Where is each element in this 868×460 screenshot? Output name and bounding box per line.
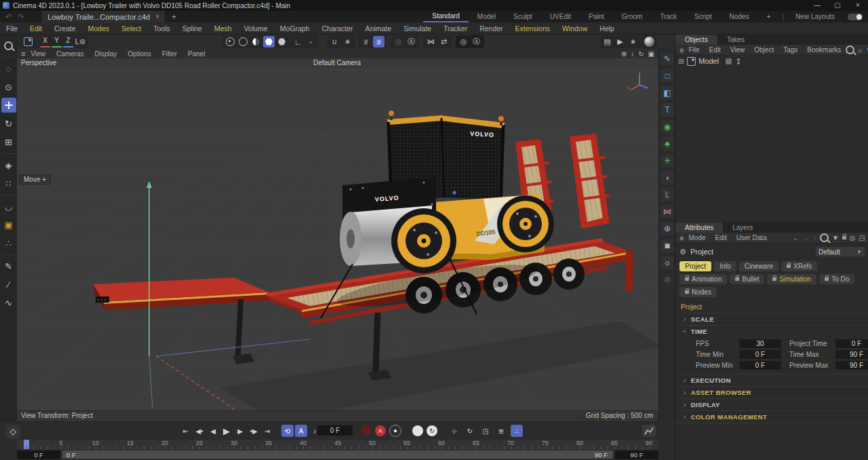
snap-icon[interactable]: ∪ (329, 36, 340, 47)
previous-frame-button[interactable]: ◀ (207, 425, 219, 437)
back-icon[interactable]: ← (793, 234, 800, 242)
attr-menu-userdata[interactable]: User Data (732, 234, 772, 242)
menu-create[interactable]: Create (48, 24, 82, 33)
menu-spline[interactable]: Spline (176, 24, 208, 33)
preview-max-input[interactable]: 90 F (835, 361, 868, 370)
play-mode-button[interactable]: A (295, 425, 307, 437)
edges-mode-icon[interactable] (237, 36, 249, 47)
rotate-tool[interactable]: ↻ (1, 116, 16, 131)
cloner-icon[interactable]: ♣ (660, 137, 674, 151)
next-frame-button[interactable]: ▶ (234, 425, 246, 437)
go-to-start-button[interactable]: ⇤ (180, 425, 192, 437)
attr-tab-xrefs[interactable]: XRefs (781, 261, 817, 271)
rotate-view-icon[interactable]: ↻ (638, 50, 644, 58)
sky-icon[interactable]: ⊕ (660, 222, 674, 235)
workplane-lock-icon[interactable]: ▪ (305, 36, 317, 47)
layout-tab-paint[interactable]: Paint (580, 12, 613, 22)
layout-tab-model[interactable]: Model (469, 12, 505, 22)
toggle-view-icon[interactable]: ▣ (648, 50, 654, 58)
quantize-icon[interactable]: # (360, 36, 372, 47)
add-layout-button[interactable]: + (757, 12, 779, 22)
obj-menu-edit[interactable]: Edit (705, 46, 726, 54)
keying-scale-toggle[interactable]: ◳ (479, 425, 492, 437)
points-mode-icon[interactable] (224, 36, 236, 47)
spline-arc-tool[interactable]: ◡ (1, 199, 16, 214)
layout-tab-track[interactable]: Track (651, 12, 686, 22)
preview-range-bar[interactable]: 0 F 90 F (62, 451, 613, 459)
expand-icon[interactable]: ⊞ (678, 57, 684, 66)
preview-min-input[interactable]: 0 F (739, 361, 781, 370)
redo-icon[interactable]: ↷ (18, 12, 24, 22)
scene-icon[interactable] (21, 36, 35, 47)
next-key-button[interactable]: •▶ (248, 425, 260, 437)
attr-tab-info[interactable]: Info (714, 261, 736, 271)
close-button[interactable]: × (848, 0, 868, 11)
coordinate-system-icon[interactable]: L⊚ (75, 36, 86, 47)
attr-tab-animation[interactable]: Animation (679, 274, 727, 284)
menu-edit[interactable]: Edit (24, 24, 48, 33)
polygon-pen-tool[interactable]: ∴ (1, 235, 16, 250)
attr-tab-cineware[interactable]: Cineware (739, 261, 778, 271)
axis-x-button[interactable]: X (40, 36, 50, 47)
document-tab[interactable]: Lowboy Traile...Compactor.c4d × (42, 11, 165, 22)
record-position-button[interactable] (412, 425, 423, 436)
axis-z-button[interactable]: Z (63, 36, 73, 47)
add-document-button[interactable]: + (172, 12, 176, 22)
minimize-button[interactable]: — (807, 0, 827, 11)
target-icon[interactable]: ◎ (850, 234, 856, 242)
current-frame-field[interactable]: 0 F (317, 425, 353, 436)
axis-center-icon[interactable]: Ⓐ (406, 36, 417, 47)
timeline-ruler[interactable]: 051015202530354045505560657075808590 (17, 440, 658, 450)
attr-menu-edit[interactable]: Edit (710, 234, 731, 242)
loop-playback-button[interactable]: ⟲ (281, 425, 294, 437)
layout-tab-uvedit[interactable]: UVEdit (541, 12, 580, 22)
dolly-view-icon[interactable]: ↕ (631, 50, 634, 58)
keying-position-toggle[interactable]: ⊹ (448, 425, 460, 437)
tree-item-model[interactable]: ⊞ Model (675, 56, 868, 66)
tab-takes[interactable]: Takes (717, 35, 754, 45)
layer-badge[interactable] (726, 58, 732, 64)
obj-menu-tags[interactable]: Tags (778, 46, 802, 54)
previous-key-button[interactable]: ◀• (193, 425, 205, 437)
render-view-icon[interactable]: ▤ (601, 36, 613, 47)
axis-y-button[interactable]: Y (52, 36, 62, 47)
vp-menu-options[interactable]: Options (122, 50, 156, 58)
obj-menu-view[interactable]: View (726, 46, 750, 54)
keying-parameter-toggle[interactable]: ≣ (495, 425, 507, 437)
spline-rect-tool[interactable]: ▣ (1, 217, 16, 232)
menu-render[interactable]: Render (473, 24, 509, 33)
range-end-field[interactable]: 90 F (615, 451, 658, 459)
keying-pla-toggle[interactable]: ∴ (511, 425, 523, 437)
camera-icon[interactable]: ◙ (660, 239, 674, 252)
section-display[interactable]: › DISPLAY (675, 398, 868, 410)
preset-dropdown[interactable]: Default ▼ (816, 247, 865, 256)
forward-icon[interactable]: → (803, 234, 810, 242)
scale-tool[interactable]: ⊞ (1, 134, 16, 149)
axis-modify-icon[interactable]: ◎ (393, 36, 404, 47)
maximize-button[interactable]: ▢ (827, 0, 848, 11)
menu-volume[interactable]: Volume (238, 24, 274, 33)
record-rotation-button[interactable]: ↻ (427, 425, 437, 436)
snap-settings-icon[interactable]: ∗ (342, 36, 353, 47)
live-selection-tool[interactable]: ◌ (1, 61, 16, 76)
vp-menu-cameras[interactable]: Cameras (51, 50, 90, 58)
vp-menu-view[interactable]: View (25, 50, 51, 58)
light-icon[interactable]: ☼ (660, 256, 674, 269)
fcurve-editor-button[interactable] (642, 425, 656, 437)
spline-primitive-icon[interactable]: □ (660, 69, 674, 83)
vp-menu-display[interactable]: Display (90, 50, 123, 58)
search-icon[interactable] (820, 233, 829, 242)
knife-tool[interactable]: ∕ (1, 277, 16, 292)
search-icon[interactable] (846, 45, 854, 54)
keying-rotation-toggle[interactable]: ↻ (464, 425, 476, 437)
tab-objects[interactable]: Objects (675, 35, 717, 45)
pan-view-icon[interactable]: ⊕ (621, 50, 627, 58)
section-execution[interactable]: › EXECUTION (675, 374, 868, 386)
render-settings-icon[interactable]: ∗ (627, 36, 639, 47)
new-layouts-button[interactable]: New Layouts (787, 12, 844, 22)
tweak-tool[interactable]: ⊙ (1, 79, 16, 94)
render-picture-viewer-icon[interactable]: ▶ (614, 36, 626, 47)
menu-help[interactable]: Help (593, 24, 620, 33)
polygons-mode-icon[interactable] (250, 36, 262, 47)
layout-tab-nodes[interactable]: Nodes (721, 12, 758, 22)
